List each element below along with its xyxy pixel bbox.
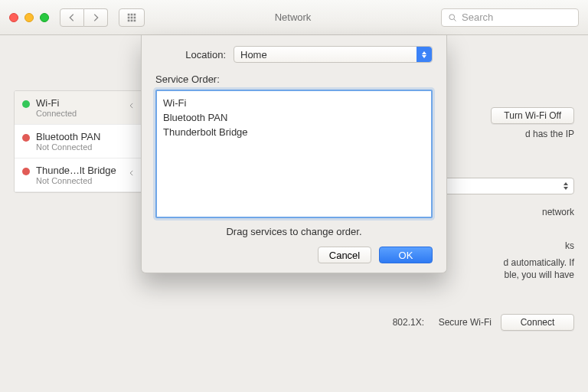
grid-icon (126, 12, 137, 23)
svg-line-10 (454, 18, 456, 21)
minimize-window-button[interactable] (24, 13, 34, 22)
svg-rect-6 (128, 19, 130, 21)
8021x-label: 802.1X: (348, 317, 424, 328)
sidebar-item-status: Not Connected (36, 176, 116, 185)
chevron-left-icon (128, 169, 136, 177)
ok-button[interactable]: OK (379, 247, 433, 263)
svg-rect-2 (134, 13, 136, 15)
close-window-button[interactable] (9, 13, 18, 22)
titlebar: Network Search (0, 0, 588, 35)
service-order-list[interactable]: Wi-Fi Bluetooth PAN Thunderbolt Bridge (155, 90, 433, 218)
chevron-right-icon (90, 12, 101, 23)
location-label: Location: (155, 49, 226, 60)
ks-text-fragment: ks (565, 240, 574, 251)
service-sidebar: Wi-Fi Connected Bluetooth PAN Not Connec… (14, 90, 144, 193)
chevron-left-icon (67, 12, 77, 23)
list-item[interactable]: Wi-Fi (163, 96, 425, 110)
location-select[interactable]: Home (234, 46, 433, 63)
sidebar-item-label: Thunde…lt Bridge (36, 165, 116, 176)
sidebar-item-status: Not Connected (36, 142, 100, 152)
nav-group (60, 8, 108, 27)
status-dot-icon (22, 168, 30, 175)
zoom-window-button[interactable] (40, 13, 49, 22)
turn-wifi-off-button[interactable]: Turn Wi-Fi Off (491, 107, 574, 124)
window-controls (9, 13, 49, 22)
svg-rect-3 (128, 16, 130, 18)
sidebar-item-label: Wi-Fi (36, 97, 77, 109)
sidebar-item-thunderbolt-bridge[interactable]: Thunde…lt Bridge Not Connected (15, 158, 143, 192)
service-order-sheet: Location: Home Service Order: Wi-Fi Blue… (141, 35, 447, 273)
list-item[interactable]: Bluetooth PAN (163, 110, 425, 125)
search-icon (448, 13, 457, 22)
drag-hint: Drag services to change order. (155, 226, 433, 237)
svg-rect-1 (131, 13, 133, 15)
sidebar-item-wifi[interactable]: Wi-Fi Connected (15, 91, 143, 125)
service-order-label: Service Order: (155, 74, 433, 85)
status-dot-icon (22, 100, 30, 108)
auto-text-fragment-2: ble, you will have (505, 270, 574, 280)
svg-rect-7 (131, 19, 133, 21)
svg-point-9 (449, 14, 455, 19)
updown-arrows-icon (416, 47, 432, 62)
sidebar-item-bluetooth-pan[interactable]: Bluetooth PAN Not Connected (15, 125, 143, 158)
stepper-icon (561, 180, 570, 192)
chevron-left-icon (128, 102, 136, 109)
8021x-value: Secure Wi-Fi (439, 317, 492, 328)
back-button[interactable] (60, 8, 84, 27)
network-text-fragment: network (542, 207, 574, 217)
sidebar-item-status: Connected (36, 109, 77, 118)
auto-text-fragment-1: d automatically. If (504, 257, 574, 268)
ip-text-fragment: d has the IP (525, 129, 574, 139)
search-placeholder: Search (462, 11, 493, 23)
svg-rect-4 (131, 16, 133, 18)
window-title: Network (151, 11, 435, 23)
svg-rect-5 (134, 16, 136, 18)
location-value: Home (240, 49, 267, 60)
cancel-button[interactable]: Cancel (318, 247, 371, 263)
list-item[interactable]: Thunderbolt Bridge (163, 125, 425, 139)
status-dot-icon (22, 134, 30, 142)
connect-button[interactable]: Connect (501, 314, 574, 331)
sidebar-item-label: Bluetooth PAN (36, 131, 100, 142)
svg-rect-8 (134, 19, 136, 21)
show-all-button[interactable] (119, 8, 145, 27)
forward-button[interactable] (84, 8, 108, 27)
search-field[interactable]: Search (441, 8, 579, 27)
svg-rect-0 (128, 13, 130, 15)
network-popup[interactable] (429, 178, 574, 194)
